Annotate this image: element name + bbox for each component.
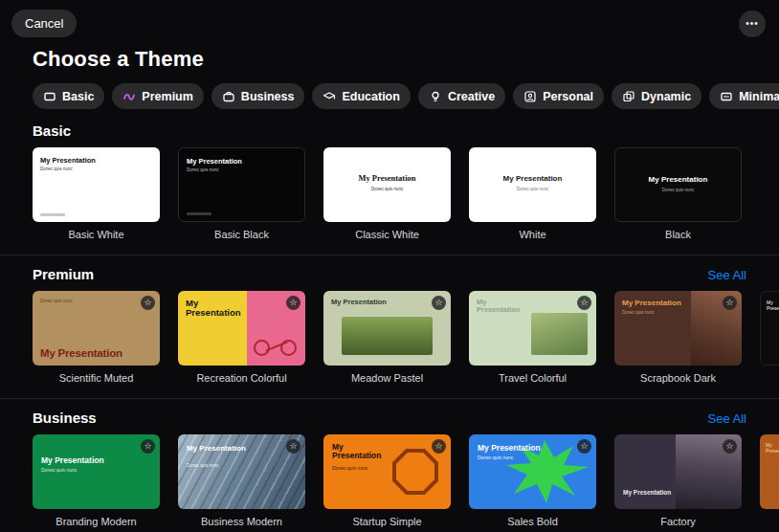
theme-card-scientific-muted[interactable]: ☆ Donec quis nunc My Presentation Scient… [33,291,160,384]
filter-chip-label: Minimal [739,90,779,103]
theme-thumbnail: ☆ My Presentation Donec quis nunc [469,434,596,509]
theme-thumbnail: ☆ My Presentation Donec quis nunc [178,434,305,509]
theme-card-sales-bold[interactable]: ☆ My Presentation Donec quis nunc Sales … [469,434,596,527]
thumb-title: My Presentation [615,175,741,184]
theme-thumbnail: ☆ Donec quis nunc My Presentation [33,291,160,366]
theme-name: Startup Simple [323,516,451,527]
section-title: Basic [33,122,71,139]
theme-card-scrapbook-dark[interactable]: ☆ My Presentation Donec quis nunc Scrapb… [614,291,742,384]
theme-row-basic: My Presentation Donec quis nunc Basic Wh… [0,147,779,240]
premium-star-badge: ☆ [286,296,300,310]
thumb-subtitle: Donec quis nunc [187,463,219,468]
thumb-title: My Presentation [41,455,104,465]
lightbulb-icon [429,90,442,103]
premium-star-badge: ☆ [432,439,446,454]
page-title: Choose a Theme [33,47,779,72]
theme-name: Meadow Pastel [323,372,451,384]
frame-icon [720,90,733,103]
theme-card-basic-white[interactable]: My Presentation Donec quis nunc Basic Wh… [33,147,160,240]
filter-chip-creative[interactable]: Creative [418,83,505,109]
theme-thumbnail: ☆ My Presentation Donec quis nunc [33,434,160,509]
theme-name: White [469,229,596,240]
theme-card-black[interactable]: My Presentation Donec quis nunc Black [614,147,742,240]
premium-star-badge: ☆ [141,439,155,454]
section-title: Business [33,410,97,426]
theme-card-premium-partial[interactable]: ☆ My Presentation [760,291,779,384]
thumb-title: My Presentation [478,443,541,453]
ellipsis-icon: ••• [746,18,759,29]
theme-thumbnail: My Presentation Donec quis nunc [469,147,596,222]
theme-filter-bar: Basic Premium Business Education Creativ… [33,83,779,109]
theme-thumbnail: My Presentation Donec quis nunc [614,147,742,222]
theme-thumbnail: ☆ My Presentation [614,434,742,509]
theme-name: Factory [614,516,742,527]
filter-chip-label: Personal [543,90,593,103]
octagon-graphic [392,449,438,495]
thumb-title: My Presentation [323,173,451,183]
thumb-subtitle: Donec quis nunc [40,299,73,303]
filter-chip-personal[interactable]: Personal [513,83,604,109]
thumb-title: My Presentation [622,299,687,307]
theme-card-business-partial[interactable]: ☆ My Presentation [760,434,779,527]
theme-card-basic-black[interactable]: My Presentation Donec quis nunc Basic Bl… [178,147,305,240]
person-photo-icon [523,90,537,103]
theme-card-business-modern[interactable]: ☆ My Presentation Donec quis nunc Busine… [178,434,305,527]
theme-card-startup-simple[interactable]: ☆ My Presentation Donec quis nunc Startu… [323,434,451,527]
thumb-title: My Presentation [766,442,779,454]
filter-chip-basic[interactable]: Basic [33,83,104,109]
thumb-subtitle: Donec quis nunc [469,187,596,191]
theme-name: Branding Modern [33,516,160,527]
filter-chip-label: Creative [448,90,495,103]
thumb-title: My Presentation [187,444,254,453]
cancel-button[interactable]: Cancel [11,10,77,37]
thumb-title: My Presentation [331,298,387,306]
see-all-premium-link[interactable]: See All [708,268,746,282]
filter-chip-education[interactable]: Education [312,83,410,109]
thumb-subtitle: Donec quis nunc [40,166,73,171]
theme-card-classic-white[interactable]: My Presentation Donec quis nunc Classic … [323,147,451,240]
theme-name: Classic White [323,229,451,240]
theme-card-white[interactable]: My Presentation Donec quis nunc White [469,147,596,240]
filter-chip-dynamic[interactable]: Dynamic [612,83,701,109]
theme-thumbnail: ☆ My Presentation [323,291,451,366]
thumb-title: My Presentation [767,299,779,311]
travel-photo-graphic [531,313,588,355]
theme-row-premium: ☆ Donec quis nunc My Presentation Scient… [0,291,779,384]
theme-card-branding-modern[interactable]: ☆ My Presentation Donec quis nunc Brandi… [33,434,160,527]
section-premium: Premium See All ☆ Donec quis nunc My Pre… [0,255,779,384]
thumb-subtitle: Donec quis nunc [41,467,77,473]
theme-name: Travel Colorful [469,372,596,384]
filter-chip-minimal[interactable]: Minimal [709,83,779,109]
theme-card-factory[interactable]: ☆ My Presentation Factory [614,434,742,527]
theme-thumbnail: ☆ My Presentation [469,291,596,366]
premium-star-badge: ☆ [577,439,591,454]
layers-icon [622,90,635,103]
theme-thumbnail: ☆ My Presentation Donec quis nunc [323,434,451,509]
thumb-title: My Presentation [40,347,122,359]
graduation-cap-icon [323,90,336,103]
premium-star-badge: ☆ [141,296,155,310]
filter-chip-label: Premium [142,90,193,103]
theme-name: Scrapbook Dark [614,372,742,384]
thumb-author-bar [40,213,65,216]
filter-chip-premium[interactable]: Premium [112,83,204,109]
theme-thumbnail: My Presentation Donec quis nunc [178,147,305,222]
section-basic-header: Basic [0,122,779,139]
theme-name: Black [614,229,742,240]
thumb-title: My Presentation [40,156,96,165]
premium-star-badge: ☆ [577,296,591,310]
theme-card-meadow-pastel[interactable]: ☆ My Presentation Meadow Pastel [323,291,451,384]
thumb-subtitle: Donec quis nunc [478,454,513,460]
premium-star-badge: ☆ [286,439,300,454]
filter-chip-business[interactable]: Business [211,83,305,109]
premium-star-badge: ☆ [723,296,737,310]
theme-thumbnail: ☆ My Presentation [760,291,779,366]
theme-name: Basic Black [178,229,305,240]
more-options-button[interactable]: ••• [739,11,766,37]
theme-name: Business Modern [178,516,305,527]
see-all-business-link[interactable]: See All [708,411,746,426]
theme-card-recreation-colorful[interactable]: ☆ My Presentation Recreation Colorful [178,291,305,384]
theme-card-travel-colorful[interactable]: ☆ My Presentation Travel Colorful [469,291,596,384]
thumb-title: My Presentation [477,299,526,315]
filter-chip-label: Business [241,90,295,103]
